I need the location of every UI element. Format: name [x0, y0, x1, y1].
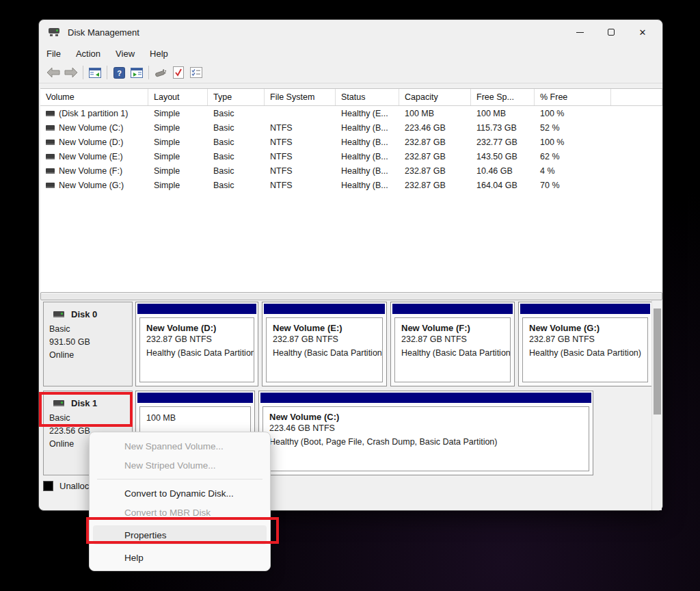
- volume-icon: [46, 183, 55, 188]
- menu-view[interactable]: View: [108, 47, 142, 61]
- cell-volume: New Volume (D:): [59, 137, 123, 147]
- cell-free-space: 164.04 GB: [471, 181, 535, 190]
- title-bar[interactable]: Disk Management ✕: [39, 20, 662, 44]
- volume-f-title: New Volume (F:): [401, 323, 510, 333]
- volume-color-strip: [137, 304, 256, 314]
- cell-layout: Simple: [148, 137, 208, 147]
- table-row[interactable]: (Disk 1 partition 1) Simple Basic Health…: [40, 106, 662, 120]
- menu-action[interactable]: Action: [68, 47, 108, 61]
- system-partition-size: 100 MB: [146, 412, 250, 425]
- volume-color-strip: [264, 304, 385, 314]
- table-row[interactable]: New Volume (C:) Simple Basic NTFS Health…: [40, 120, 662, 135]
- cell-volume: New Volume (G:): [59, 181, 124, 190]
- cell-percent-free: 62 %: [535, 152, 611, 161]
- disk1-name: Disk 1: [71, 397, 97, 410]
- menu-item-properties[interactable]: Properties: [93, 525, 267, 544]
- volume-g-status: Healthy (Basic Data Partition): [529, 347, 647, 360]
- unallocated-swatch: [43, 481, 53, 491]
- close-button[interactable]: ✕: [627, 20, 658, 44]
- toolbar-separator: [83, 66, 83, 79]
- rescan-disks-icon[interactable]: [152, 64, 170, 81]
- disk0-type: Basic: [49, 323, 132, 336]
- disk0-name: Disk 0: [71, 308, 97, 321]
- volume-box-d[interactable]: New Volume (D:) 232.87 GB NTFS Healthy (…: [135, 302, 258, 386]
- cell-status: Healthy (E...: [336, 109, 399, 118]
- disk0-size: 931.50 GB: [49, 336, 132, 349]
- volume-d-title: New Volume (D:): [146, 323, 254, 333]
- column-header-capacity[interactable]: Capacity: [399, 89, 471, 105]
- cell-status: Healthy (B...: [336, 152, 399, 161]
- volume-e-title: New Volume (E:): [273, 323, 382, 333]
- cell-type: Basic: [208, 109, 265, 118]
- volume-d-status: Healthy (Basic Data Partition): [146, 347, 254, 360]
- disk1-context-menu: New Spanned Volume... New Striped Volume…: [89, 432, 271, 571]
- cell-status: Healthy (B...: [336, 137, 399, 147]
- column-header-percent-free[interactable]: % Free: [535, 89, 611, 105]
- volume-icon: [46, 154, 55, 159]
- column-header-file-system[interactable]: File System: [265, 89, 336, 105]
- volume-box-f[interactable]: New Volume (F:) 232.87 GB NTFS Healthy (…: [390, 302, 515, 386]
- column-header-type[interactable]: Type: [208, 89, 265, 105]
- volume-e-status: Healthy (Basic Data Partition): [273, 347, 382, 360]
- volume-box-g[interactable]: New Volume (G:) 232.87 GB NTFS Healthy (…: [518, 302, 652, 386]
- horizontal-scrollbar[interactable]: [40, 292, 662, 300]
- volume-icon: [46, 125, 55, 131]
- check-document-icon[interactable]: [170, 64, 187, 81]
- forward-arrow-icon[interactable]: [62, 64, 80, 81]
- cell-capacity: 232.87 GB: [399, 152, 471, 161]
- cell-free-space: 115.73 GB: [471, 123, 535, 133]
- cell-type: Basic: [208, 181, 265, 190]
- disk-management-app-icon: [49, 27, 61, 37]
- menu-bar: File Action View Help: [39, 44, 662, 62]
- property-list-icon[interactable]: [187, 64, 205, 81]
- vertical-scrollbar[interactable]: [651, 300, 662, 510]
- svg-text:?: ?: [117, 68, 122, 77]
- cell-status: Healthy (B...: [336, 166, 399, 176]
- volume-list-pane: Volume Layout Type File System Status Ca…: [40, 88, 662, 292]
- cell-capacity: 223.46 GB: [399, 123, 471, 133]
- volume-box-e[interactable]: New Volume (E:) 232.87 GB NTFS Healthy (…: [262, 302, 387, 386]
- table-row[interactable]: New Volume (D:) Simple Basic NTFS Health…: [40, 135, 662, 149]
- cell-file-system: NTFS: [265, 181, 336, 190]
- volume-e-size: 232.87 GB NTFS: [273, 333, 382, 347]
- volume-box-c[interactable]: New Volume (C:) 223.46 GB NTFS Healthy (…: [258, 391, 593, 475]
- cell-volume: (Disk 1 partition 1): [59, 109, 128, 118]
- cell-file-system: NTFS: [265, 123, 336, 133]
- cell-status: Healthy (B...: [336, 123, 399, 133]
- show-console-tree-icon[interactable]: [86, 64, 104, 81]
- back-arrow-icon[interactable]: [44, 64, 62, 81]
- table-row[interactable]: New Volume (E:) Simple Basic NTFS Health…: [40, 149, 662, 163]
- cell-type: Basic: [208, 137, 265, 147]
- volume-g-title: New Volume (G:): [529, 323, 647, 333]
- volume-icon: [46, 168, 55, 174]
- cell-capacity: 100 MB: [399, 109, 471, 118]
- menu-item-convert-to-dynamic-disk[interactable]: Convert to Dynamic Disk...: [93, 484, 267, 503]
- table-row[interactable]: New Volume (G:) Simple Basic NTFS Health…: [40, 178, 662, 192]
- column-header-free-space[interactable]: Free Sp...: [471, 89, 535, 105]
- table-row[interactable]: New Volume (F:) Simple Basic NTFS Health…: [40, 163, 662, 178]
- show-action-pane-icon[interactable]: [128, 64, 146, 81]
- column-header-empty: [611, 89, 662, 105]
- vertical-scrollbar-thumb[interactable]: [654, 308, 661, 415]
- menu-separator: [97, 479, 262, 480]
- menu-help[interactable]: Help: [142, 47, 176, 61]
- help-icon[interactable]: ?: [110, 64, 128, 81]
- disk0-info-panel[interactable]: Disk 0 Basic 931.50 GB Online: [43, 302, 133, 386]
- cell-free-space: 232.77 GB: [471, 137, 535, 147]
- cell-volume: New Volume (E:): [59, 152, 123, 161]
- column-header-volume[interactable]: Volume: [40, 89, 148, 105]
- disk-drive-icon: [53, 400, 64, 406]
- menu-item-help[interactable]: Help: [93, 548, 267, 567]
- cell-type: Basic: [208, 152, 265, 161]
- cell-percent-free: 4 %: [535, 166, 611, 176]
- cell-capacity: 232.87 GB: [399, 137, 471, 147]
- menu-file[interactable]: File: [39, 47, 68, 61]
- volume-c-size: 223.46 GB NTFS: [269, 422, 589, 436]
- maximize-button[interactable]: [595, 20, 627, 44]
- cell-capacity: 232.87 GB: [399, 166, 471, 176]
- minimize-button[interactable]: [564, 20, 595, 44]
- maximize-icon: [608, 29, 615, 36]
- cell-free-space: 10.46 GB: [471, 166, 535, 176]
- column-header-status[interactable]: Status: [336, 89, 399, 105]
- column-header-layout[interactable]: Layout: [148, 89, 208, 105]
